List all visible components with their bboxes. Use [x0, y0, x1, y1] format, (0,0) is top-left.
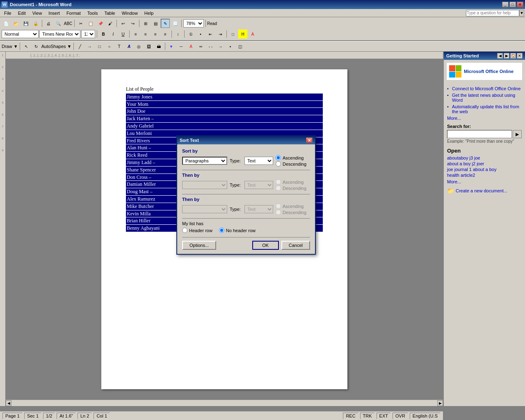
descending-2-radio[interactable]	[276, 185, 281, 191]
create-link[interactable]: 📁 Create a new document...	[447, 187, 522, 194]
autoshapes-btn[interactable]: AutoShapes ▼	[41, 44, 72, 49]
select-btn[interactable]: ↖	[22, 42, 31, 51]
scroll-left-btn[interactable]: ◀	[6, 400, 11, 406]
header-row-radio[interactable]	[182, 228, 187, 233]
link-news[interactable]: Get the latest news about using Word	[447, 93, 522, 103]
open-file-4[interactable]: health article2	[447, 173, 522, 178]
line-color-btn[interactable]: ─	[177, 42, 186, 51]
highlight-btn[interactable]: H	[238, 30, 247, 39]
descending-1-radio[interactable]	[276, 161, 281, 167]
style-combo[interactable]: Normal	[2, 30, 39, 38]
open-file-2[interactable]: about a boy j2 joer	[447, 161, 522, 166]
then-by-2-combo[interactable]	[182, 205, 227, 213]
save-btn[interactable]: 💾	[21, 19, 30, 28]
align-center-btn[interactable]: ≡	[141, 30, 150, 39]
dash-style-btn[interactable]: - -	[206, 42, 215, 51]
redo-btn[interactable]: ↪	[128, 19, 137, 28]
cancel-button[interactable]: Cancel	[281, 241, 310, 250]
panel-forward-btn[interactable]: ▶	[504, 53, 509, 59]
no-header-row-radio[interactable]	[219, 228, 224, 233]
rect-btn[interactable]: □	[95, 42, 104, 51]
outside-border-btn[interactable]: □	[228, 30, 237, 39]
docmap-btn[interactable]: 📃	[171, 19, 180, 28]
drawing-btn[interactable]: ✎	[161, 19, 170, 28]
font-color2-btn[interactable]: A	[187, 42, 196, 51]
paste-btn[interactable]: 📌	[96, 19, 105, 28]
justify-btn[interactable]: ≡	[161, 30, 170, 39]
link-connect[interactable]: Connect to Microsoft Office Online	[447, 86, 522, 91]
spell-btn[interactable]: ABC	[64, 19, 73, 28]
then-by-1-combo[interactable]	[182, 181, 227, 189]
size-combo[interactable]: 12	[81, 30, 95, 38]
panel-back-btn[interactable]: ◀	[497, 53, 503, 59]
menu-view[interactable]: View	[29, 10, 46, 16]
arrow-btn[interactable]: →	[85, 42, 94, 51]
search-button[interactable]: ▶	[513, 130, 522, 138]
font-color-btn[interactable]: A	[248, 30, 257, 39]
cut-btn[interactable]: ✂	[76, 19, 85, 28]
menu-help[interactable]: Help	[141, 10, 157, 16]
more-link-2[interactable]: More...	[447, 179, 522, 184]
link-autoupdate[interactable]: Automatically update this list from the …	[447, 104, 522, 114]
clip-art-btn[interactable]: 🖼	[144, 42, 153, 51]
font-combo[interactable]: Times New Roman	[39, 30, 80, 38]
new-btn[interactable]: 📄	[2, 19, 11, 28]
oval-btn[interactable]: ○	[105, 42, 114, 51]
fill-color-btn[interactable]: ▼	[167, 42, 176, 51]
columns-btn[interactable]: ▤	[151, 19, 160, 28]
arrow-style-btn[interactable]: →	[216, 42, 225, 51]
more-link-1[interactable]: More...	[447, 116, 522, 121]
menu-edit[interactable]: Edit	[15, 10, 29, 16]
sort-by-combo[interactable]: Paragraphs	[182, 157, 227, 165]
num-list-btn[interactable]: ①	[186, 30, 195, 39]
rotate-btn[interactable]: ↻	[32, 42, 41, 51]
underline-btn[interactable]: U	[119, 30, 128, 39]
indent-dec-btn[interactable]: ⇤	[206, 30, 215, 39]
maximize-button[interactable]: □	[509, 2, 516, 7]
ascending-2-radio[interactable]	[276, 179, 281, 185]
create-label[interactable]: Create a new document...	[456, 188, 507, 193]
options-button[interactable]: Options...	[182, 241, 216, 250]
format-painter-btn[interactable]: 🖌	[106, 19, 115, 28]
menu-format[interactable]: Format	[63, 10, 84, 16]
picture-btn[interactable]: 🏔	[154, 42, 163, 51]
line-spacing-btn[interactable]: ↕	[173, 30, 183, 39]
undo-btn[interactable]: ↩	[119, 19, 128, 28]
copy-btn[interactable]: 📋	[86, 19, 95, 28]
type-combo-3[interactable]: Text	[244, 205, 273, 213]
wordart-btn[interactable]: A	[125, 42, 134, 51]
ascending-3-radio[interactable]	[276, 203, 281, 209]
zoom-combo[interactable]: 78% 100%	[183, 19, 204, 27]
type-combo-1[interactable]: Text	[244, 157, 273, 165]
scroll-right-btn[interactable]: ▶	[437, 400, 443, 406]
text-box-btn[interactable]: T	[115, 42, 124, 51]
help-input[interactable]	[466, 10, 519, 16]
sort-dialog[interactable]: Sort Text ✕ Sort by Paragraphs Type: Tex…	[176, 135, 316, 255]
h-scrollbar[interactable]: ◀ ▶	[6, 399, 443, 406]
align-left-btn[interactable]: ≡	[131, 30, 140, 39]
menu-table[interactable]: Table	[101, 10, 118, 16]
ok-button[interactable]: OK	[252, 241, 279, 250]
panel-close-btn[interactable]: ✕	[517, 53, 523, 59]
read-btn[interactable]: Read	[208, 19, 217, 28]
menu-insert[interactable]: Insert	[45, 10, 63, 16]
help-arrow[interactable]: ▼	[519, 10, 524, 16]
ascending-1-radio[interactable]	[276, 155, 281, 160]
line-btn[interactable]: ╱	[75, 42, 84, 51]
menu-tools[interactable]: Tools	[84, 10, 101, 16]
shadow-btn[interactable]: ▪	[226, 42, 235, 51]
open-btn[interactable]: 📂	[11, 19, 21, 28]
type-combo-2[interactable]: Text	[244, 181, 273, 189]
align-right-btn[interactable]: ≡	[151, 30, 160, 39]
bold-btn[interactable]: B	[99, 30, 108, 39]
diagram-btn[interactable]: ◎	[135, 42, 144, 51]
descending-3-radio[interactable]	[276, 210, 281, 215]
open-file-3[interactable]: joe journal 1 about a boy	[447, 167, 522, 172]
3d-btn[interactable]: ◫	[236, 42, 245, 51]
close-button[interactable]: ✕	[517, 2, 523, 7]
italic-btn[interactable]: I	[109, 30, 118, 39]
line-style-btn[interactable]: ═	[196, 42, 205, 51]
sort-dialog-close[interactable]: ✕	[306, 137, 313, 143]
menu-file[interactable]: File	[1, 10, 15, 16]
minimize-button[interactable]: _	[502, 2, 509, 7]
